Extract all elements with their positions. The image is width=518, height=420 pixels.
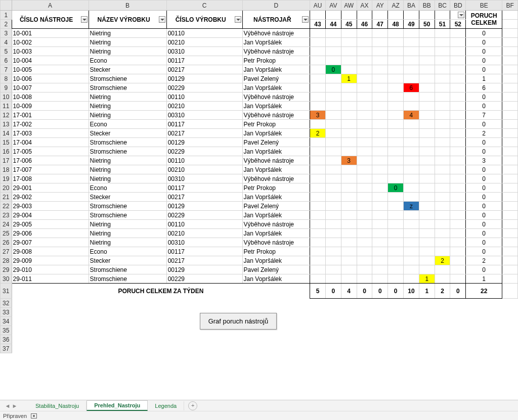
cell-toolmaker[interactable]: Pavel Zelený [242, 202, 310, 211]
cell-tool-number[interactable]: 10-005 [12, 65, 89, 74]
cell-week-50[interactable] [419, 111, 435, 120]
total-w46[interactable]: 0 [357, 284, 372, 299]
cell-week-43[interactable] [310, 138, 326, 147]
cell-product-number[interactable]: 00129 [166, 138, 242, 147]
row-16[interactable]: 16 [1, 147, 12, 156]
tab-prehled[interactable]: Prehled_Nastroju [87, 400, 148, 411]
cell-week-50[interactable] [419, 129, 435, 138]
cell-week-51[interactable]: 2 [435, 256, 450, 265]
cell-week-45[interactable] [341, 29, 357, 38]
cell-week-47[interactable] [372, 247, 388, 256]
cell-tool-number[interactable]: 10-001 [12, 29, 89, 38]
cell-toolmaker[interactable]: Petr Prokop [242, 247, 310, 256]
cell-week-45[interactable] [341, 65, 357, 74]
cell-week-50[interactable] [419, 83, 435, 92]
cell-tool-number[interactable]: 29-010 [12, 265, 89, 274]
cell-week-45[interactable] [341, 220, 357, 229]
cell-week-44[interactable] [325, 120, 341, 129]
cell-week-49[interactable] [404, 138, 419, 147]
cell-week-50[interactable] [419, 38, 435, 47]
cell-week-44[interactable] [325, 138, 341, 147]
cell-week-49[interactable] [404, 56, 419, 65]
cell-row-total[interactable]: 2 [466, 256, 502, 265]
cell-product-number[interactable]: 00129 [166, 74, 242, 83]
cell-week-51[interactable] [435, 83, 450, 92]
cell-toolmaker[interactable]: Petr Prokop [242, 120, 310, 129]
cell-row-total[interactable]: 0 [466, 47, 502, 56]
cell-week-50[interactable] [419, 29, 435, 38]
cell-week-50[interactable] [419, 220, 435, 229]
cell-week-46[interactable] [357, 102, 372, 111]
cell-week-52[interactable] [450, 29, 466, 38]
cell-week-43[interactable] [310, 247, 326, 256]
cell-week-52[interactable] [450, 193, 466, 202]
cell-week-49[interactable] [404, 238, 419, 247]
chart-button[interactable]: Graf poruch nástrojů [200, 313, 277, 330]
cell-week-52[interactable] [450, 156, 466, 165]
total-w44[interactable]: 0 [325, 284, 341, 299]
cell-week-47[interactable] [372, 120, 388, 129]
col-AW[interactable]: AW [341, 1, 357, 11]
cell-week-47[interactable] [372, 92, 388, 102]
cell-product-number[interactable]: 00229 [166, 211, 242, 220]
row-29[interactable]: 29 [1, 265, 12, 274]
cell-week-43[interactable] [310, 156, 326, 165]
cell-week-47[interactable] [372, 102, 388, 111]
cell-week-44[interactable] [325, 220, 341, 229]
cell-tool-number[interactable]: 29-006 [12, 229, 89, 238]
cell-product-number[interactable]: 00110 [166, 29, 242, 38]
cell-toolmaker[interactable]: Petr Prokop [242, 183, 310, 193]
cell-week-46[interactable] [357, 138, 372, 147]
cell-tool-number[interactable]: 29-008 [12, 247, 89, 256]
cell-row-total[interactable]: 0 [466, 238, 502, 247]
row-5[interactable]: 5 [1, 47, 12, 56]
cell-product-name[interactable]: Econo [89, 183, 166, 193]
filter-icon[interactable] [235, 16, 241, 23]
cell-week-52[interactable] [450, 274, 466, 284]
cell-week-49[interactable] [404, 211, 419, 220]
week-43[interactable]: 43 [310, 20, 326, 29]
cell-week-46[interactable] [357, 211, 372, 220]
col-BA[interactable]: BA [404, 1, 419, 11]
cell-week-51[interactable] [435, 38, 450, 47]
cell-week-48[interactable] [388, 38, 404, 47]
cell-week-49[interactable] [404, 174, 419, 183]
col-AV[interactable]: AV [325, 1, 341, 11]
cell-week-48[interactable] [388, 65, 404, 74]
row-1[interactable]: 1 [1, 11, 12, 20]
cell-week-47[interactable] [372, 165, 388, 174]
cell-row-total[interactable]: 3 [466, 156, 502, 165]
cell-week-47[interactable] [372, 274, 388, 284]
cell-tool-number[interactable]: 17-001 [12, 111, 89, 120]
cell-week-51[interactable] [435, 238, 450, 247]
cell-tool-number[interactable]: 10-008 [12, 92, 89, 102]
cell-product-number[interactable]: 00217 [166, 65, 242, 74]
cell-week-48[interactable] [388, 256, 404, 265]
cell-toolmaker[interactable]: Jan Vopršálek [242, 193, 310, 202]
cell-row-total[interactable]: 0 [466, 147, 502, 156]
cell-week-43[interactable] [310, 147, 326, 156]
cell-week-44[interactable] [325, 29, 341, 38]
cell-week-46[interactable] [357, 74, 372, 83]
cell-week-51[interactable] [435, 74, 450, 83]
cell-week-50[interactable] [419, 165, 435, 174]
cell-week-50[interactable]: 1 [419, 274, 435, 284]
cell-week-46[interactable] [357, 29, 372, 38]
row-12[interactable]: 12 [1, 111, 12, 120]
cell-week-49[interactable] [404, 129, 419, 138]
cell-toolmaker[interactable]: Jan Vopršálek [242, 129, 310, 138]
cell-week-45[interactable] [341, 92, 357, 102]
cell-week-43[interactable] [310, 229, 326, 238]
cell-week-46[interactable] [357, 156, 372, 165]
row-15[interactable]: 15 [1, 138, 12, 147]
cell-week-44[interactable] [325, 265, 341, 274]
col-C[interactable]: C [166, 1, 242, 11]
cell-week-52[interactable] [450, 120, 466, 129]
cell-week-51[interactable] [435, 47, 450, 56]
cell-row-total[interactable]: 0 [466, 165, 502, 174]
cell-toolmaker[interactable]: Jan Vopršálek [242, 256, 310, 265]
cell-week-52[interactable] [450, 265, 466, 274]
cell-week-44[interactable] [325, 183, 341, 193]
filter-icon[interactable] [81, 16, 88, 23]
cell-tool-number[interactable]: 29-007 [12, 238, 89, 247]
